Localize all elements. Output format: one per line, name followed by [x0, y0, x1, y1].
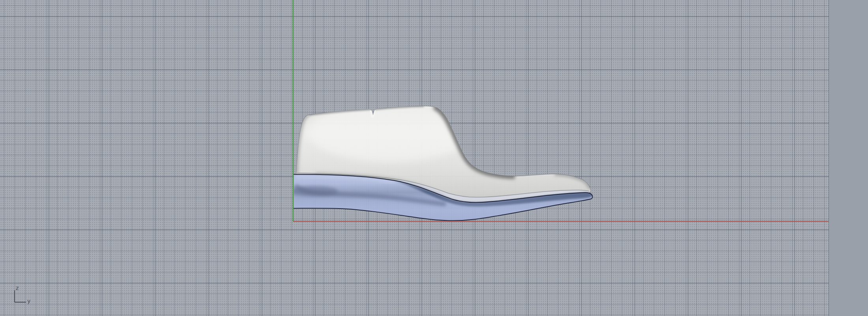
axis-gizmo-lines	[15, 290, 26, 302]
scene-svg: z y	[0, 0, 868, 316]
gizmo-z-label: z	[16, 285, 19, 291]
cad-viewport[interactable]: z y	[0, 0, 868, 316]
axis-gizmo: z y	[15, 285, 30, 304]
gizmo-y-label: y	[27, 298, 30, 304]
sole-heel-ao	[289, 186, 338, 196]
last-center-highlight	[308, 103, 473, 162]
